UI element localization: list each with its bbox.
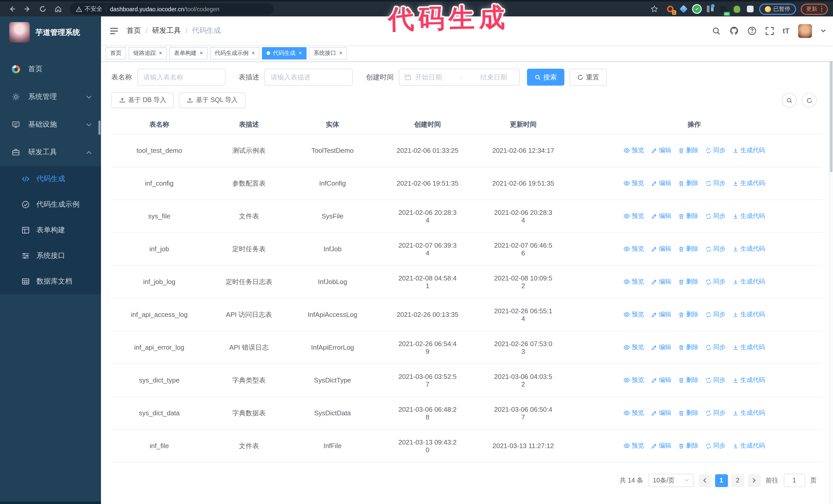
action-preview-link[interactable]: 预览 bbox=[624, 376, 644, 385]
date-range-picker[interactable]: 开始日期 - 结束日期 bbox=[399, 69, 520, 86]
browser-back-icon[interactable] bbox=[5, 2, 19, 16]
action-edit-link[interactable]: 编辑 bbox=[651, 310, 671, 319]
action-sync-link[interactable]: 同步 bbox=[706, 409, 725, 417]
extension-icon-3[interactable] bbox=[692, 5, 701, 13]
tag-close-icon[interactable]: × bbox=[299, 50, 302, 56]
sidebar-subitem-5[interactable]: 数据库文档 bbox=[0, 269, 101, 294]
action-sync-link[interactable]: 同步 bbox=[706, 146, 725, 155]
toggle-search-button[interactable] bbox=[782, 93, 796, 108]
extension-icon-4[interactable] bbox=[706, 5, 714, 13]
next-page-button[interactable] bbox=[748, 474, 760, 487]
address-bar[interactable]: 不安全 dashboard.yudao.iocoder.cn/tool/code… bbox=[70, 3, 274, 15]
browser-reload-icon[interactable] bbox=[36, 2, 49, 16]
action-sync-link[interactable]: 同步 bbox=[706, 212, 725, 220]
action-generate-link[interactable]: 生成代码 bbox=[733, 310, 765, 319]
prev-page-button[interactable] bbox=[698, 474, 711, 487]
action-preview-link[interactable]: 预览 bbox=[624, 441, 644, 450]
tag-tab-4[interactable]: 代码生成示例 × bbox=[210, 47, 260, 59]
action-delete-link[interactable]: 删除 bbox=[679, 179, 698, 188]
window-scrollbar[interactable] bbox=[829, 17, 833, 504]
action-sync-link[interactable]: 同步 bbox=[706, 310, 725, 319]
action-edit-link[interactable]: 编辑 bbox=[651, 409, 671, 417]
bookmark-star-icon[interactable] bbox=[648, 2, 661, 16]
chevron-down-icon[interactable] bbox=[821, 29, 826, 32]
page-size-select[interactable]: 10条/页 bbox=[648, 474, 693, 487]
user-avatar[interactable] bbox=[798, 24, 812, 38]
action-preview-link[interactable]: 预览 bbox=[624, 146, 644, 155]
action-generate-link[interactable]: 生成代码 bbox=[733, 441, 765, 450]
action-edit-link[interactable]: 编辑 bbox=[651, 245, 671, 253]
action-generate-link[interactable]: 生成代码 bbox=[733, 376, 765, 385]
action-sync-link[interactable]: 同步 bbox=[706, 376, 725, 385]
paused-profile-badge[interactable]: 已暂停 bbox=[759, 3, 796, 15]
page-button-2[interactable]: 2 bbox=[731, 474, 744, 487]
kebab-menu-icon[interactable] bbox=[821, 6, 822, 12]
breadcrumb-devtools[interactable]: 研发工具 bbox=[152, 26, 181, 35]
search-icon[interactable] bbox=[712, 26, 721, 35]
action-sync-link[interactable]: 同步 bbox=[706, 179, 725, 188]
action-generate-link[interactable]: 生成代码 bbox=[733, 179, 765, 188]
extension-icon-1[interactable]: 1 bbox=[666, 5, 674, 13]
action-delete-link[interactable]: 删除 bbox=[679, 245, 698, 253]
tag-close-icon[interactable]: × bbox=[159, 50, 162, 56]
action-preview-link[interactable]: 预览 bbox=[624, 343, 644, 352]
action-sync-link[interactable]: 同步 bbox=[706, 343, 725, 352]
action-generate-link[interactable]: 生成代码 bbox=[733, 212, 765, 220]
hamburger-icon[interactable] bbox=[101, 17, 127, 45]
action-preview-link[interactable]: 预览 bbox=[624, 179, 644, 188]
action-edit-link[interactable]: 编辑 bbox=[651, 179, 671, 188]
tag-close-icon[interactable]: × bbox=[252, 50, 255, 56]
tag-close-icon[interactable]: × bbox=[339, 50, 343, 56]
app-logo-row[interactable]: 芋道管理系统 bbox=[0, 17, 101, 48]
sidebar-subitem-3[interactable]: 表单构建 bbox=[0, 217, 101, 243]
action-delete-link[interactable]: 删除 bbox=[679, 310, 698, 319]
sidebar-item-3[interactable]: 基础设施 bbox=[0, 111, 101, 139]
extension-icon-6[interactable] bbox=[732, 5, 741, 13]
sidebar-item-4[interactable]: 研发工具 bbox=[0, 139, 101, 166]
extension-icon-2[interactable] bbox=[679, 5, 688, 13]
github-icon[interactable] bbox=[730, 26, 739, 35]
action-preview-link[interactable]: 预览 bbox=[624, 212, 644, 220]
help-icon[interactable] bbox=[747, 26, 757, 35]
refresh-table-button[interactable] bbox=[802, 93, 816, 108]
search-button[interactable]: 搜索 bbox=[527, 69, 564, 86]
tag-tab-5[interactable]: 代码生成 × bbox=[262, 47, 307, 59]
sidebar-item-1[interactable]: 首页 bbox=[0, 55, 101, 83]
sidebar-scrollbar-thumb[interactable] bbox=[98, 120, 100, 135]
font-size-icon[interactable]: tT bbox=[783, 27, 789, 35]
browser-update-button[interactable]: 更新 bbox=[801, 3, 828, 15]
table-desc-input[interactable] bbox=[264, 69, 353, 86]
action-preview-link[interactable]: 预览 bbox=[624, 409, 644, 417]
browser-forward-icon[interactable] bbox=[21, 2, 34, 16]
goto-page-input[interactable] bbox=[784, 474, 805, 487]
browser-home-icon[interactable] bbox=[51, 2, 65, 16]
action-sync-link[interactable]: 同步 bbox=[706, 245, 725, 253]
page-button-1[interactable]: 1 bbox=[715, 474, 728, 487]
action-delete-link[interactable]: 删除 bbox=[679, 278, 698, 286]
action-sync-link[interactable]: 同步 bbox=[706, 278, 725, 286]
action-delete-link[interactable]: 删除 bbox=[679, 409, 698, 417]
action-preview-link[interactable]: 预览 bbox=[624, 310, 644, 319]
sidebar-subitem-4[interactable]: 系统接口 bbox=[0, 243, 101, 269]
tag-tab-3[interactable]: 表单构建 × bbox=[169, 47, 208, 59]
action-sync-link[interactable]: 同步 bbox=[706, 441, 725, 450]
tag-tab-2[interactable]: 链路追踪 × bbox=[129, 47, 167, 59]
action-generate-link[interactable]: 生成代码 bbox=[733, 409, 765, 417]
action-delete-link[interactable]: 删除 bbox=[679, 441, 698, 450]
action-delete-link[interactable]: 删除 bbox=[679, 376, 698, 385]
action-delete-link[interactable]: 删除 bbox=[679, 343, 698, 352]
import-sql-button[interactable]: 基于 SQL 导入 bbox=[179, 92, 245, 108]
action-edit-link[interactable]: 编辑 bbox=[651, 376, 671, 385]
action-edit-link[interactable]: 编辑 bbox=[651, 441, 671, 450]
action-generate-link[interactable]: 生成代码 bbox=[733, 343, 765, 352]
sidebar-item-2[interactable]: 系统管理 bbox=[0, 83, 101, 111]
action-generate-link[interactable]: 生成代码 bbox=[733, 245, 765, 253]
action-edit-link[interactable]: 编辑 bbox=[651, 146, 671, 155]
action-preview-link[interactable]: 预览 bbox=[624, 245, 644, 253]
action-edit-link[interactable]: 编辑 bbox=[651, 278, 671, 286]
action-delete-link[interactable]: 删除 bbox=[679, 146, 698, 155]
action-generate-link[interactable]: 生成代码 bbox=[733, 278, 765, 286]
action-delete-link[interactable]: 删除 bbox=[679, 212, 698, 220]
extension-icon-5[interactable]: on bbox=[719, 5, 728, 13]
tag-tab-1[interactable]: 首页 bbox=[105, 47, 126, 59]
